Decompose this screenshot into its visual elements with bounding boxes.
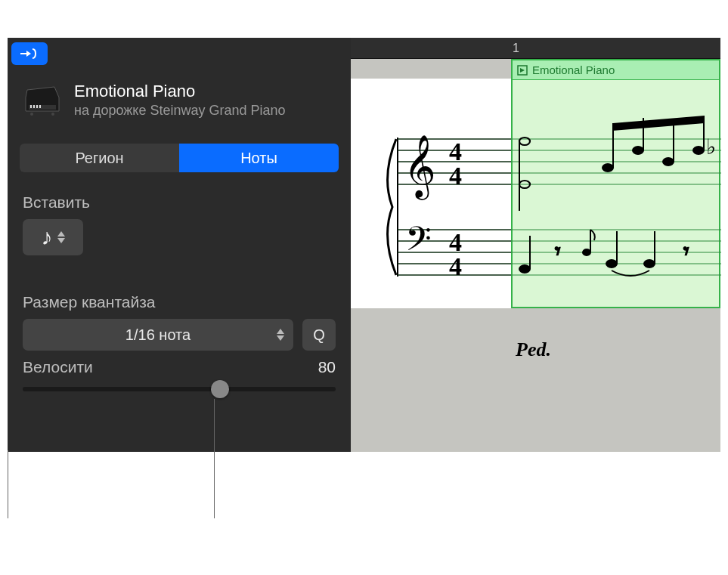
svg-rect-2: [30, 105, 32, 108]
clip-title: Emotional Piano: [532, 63, 615, 76]
stepper-icon: [57, 231, 65, 243]
quantize-value: 1/16 нота: [125, 326, 191, 344]
velocity-slider-thumb[interactable]: [211, 380, 229, 398]
svg-point-6: [30, 113, 33, 116]
svg-marker-11: [277, 335, 284, 341]
svg-text:𝄾: 𝄾: [683, 247, 689, 255]
tab-notes-label: Ноты: [240, 150, 277, 167]
svg-rect-3: [33, 105, 35, 108]
svg-text:♭: ♭: [706, 135, 716, 159]
svg-text:4: 4: [449, 162, 462, 190]
svg-marker-9: [57, 238, 65, 243]
score-panel: 1 Emotional Piano: [351, 38, 720, 452]
region-subtitle: на дорожке Steinway Grand Piano: [74, 103, 286, 119]
catch-icon: [19, 47, 40, 60]
region-header: Emotional Piano на дорожке Steinway Gran…: [21, 82, 337, 119]
svg-point-56: [583, 249, 590, 255]
pedal-marking: Ped.: [516, 339, 551, 361]
catch-playhead-button[interactable]: [11, 42, 48, 65]
callout-line: [214, 399, 215, 518]
svg-text:4: 4: [449, 252, 462, 280]
tab-notes[interactable]: Ноты: [179, 144, 339, 172]
svg-point-53: [519, 265, 530, 273]
quantize-apply-button[interactable]: Q: [302, 319, 336, 351]
svg-marker-13: [520, 68, 525, 73]
svg-text:𝄞: 𝄞: [404, 135, 436, 200]
insert-label: Вставить: [23, 193, 336, 212]
insert-note-picker[interactable]: ♪: [23, 219, 83, 255]
svg-marker-0: [26, 51, 31, 57]
quantize-label: Размер квантайза: [23, 293, 336, 311]
svg-point-46: [633, 147, 643, 154]
bar-marker-1: 1: [513, 38, 519, 58]
svg-marker-8: [57, 231, 65, 236]
score-notation[interactable]: 𝄞 𝄢 4 4 4 4: [351, 79, 721, 335]
svg-point-58: [606, 260, 617, 267]
velocity-label: Велосити: [23, 358, 93, 376]
svg-marker-10: [277, 329, 284, 334]
svg-rect-4: [36, 105, 38, 108]
inspector-panel: Emotional Piano на дорожке Steinway Gran…: [8, 38, 351, 452]
editor-frame: Emotional Piano на дорожке Steinway Gran…: [8, 38, 720, 452]
velocity-value: 80: [318, 358, 336, 376]
svg-point-44: [603, 164, 613, 172]
insert-section: Вставить ♪: [23, 193, 336, 255]
region-loop-icon: [517, 65, 528, 76]
tab-region[interactable]: Регион: [20, 144, 179, 172]
piano-icon: [21, 84, 64, 117]
clip-header[interactable]: Emotional Piano: [513, 60, 719, 80]
velocity-slider[interactable]: [23, 387, 336, 391]
quantize-q-label: Q: [313, 326, 325, 344]
svg-point-50: [693, 147, 704, 154]
svg-text:𝄾: 𝄾: [555, 247, 560, 255]
quantize-section: Размер квантайза 1/16 нота Q: [23, 293, 336, 351]
svg-text:𝄢: 𝄢: [405, 221, 432, 266]
eighth-note-icon: ♪: [42, 224, 53, 250]
stepper-icon: [277, 329, 284, 341]
svg-point-48: [663, 158, 674, 165]
svg-rect-5: [39, 105, 41, 108]
callout-line: [8, 450, 8, 518]
tab-region-label: Регион: [75, 150, 123, 167]
velocity-section: Велосити 80: [23, 358, 336, 391]
svg-point-60: [644, 260, 655, 267]
bar-ruler[interactable]: 1: [351, 38, 720, 59]
svg-rect-1: [29, 105, 56, 110]
quantize-select[interactable]: 1/16 нота: [23, 319, 293, 351]
svg-point-7: [51, 113, 54, 116]
inspector-tabs: Регион Ноты: [20, 144, 339, 172]
region-title: Emotional Piano: [74, 82, 286, 101]
